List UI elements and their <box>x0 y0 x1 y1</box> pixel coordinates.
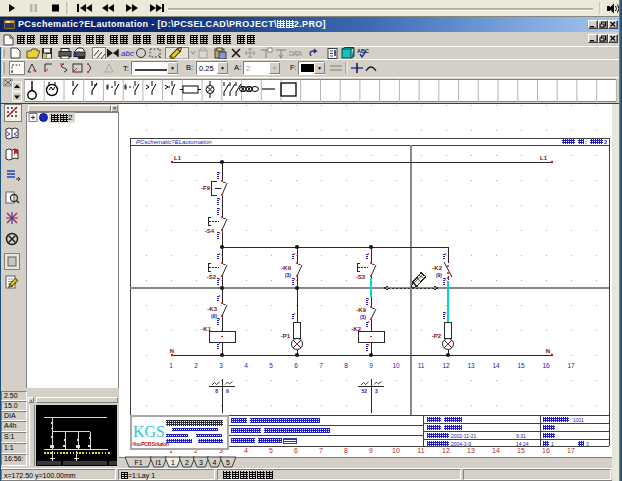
svg-text:4: 4 <box>244 362 248 369</box>
svg-text:52: 52 <box>361 388 367 394</box>
svg-text:I1: I1 <box>156 459 162 466</box>
svg-text:10: 10 <box>392 362 400 369</box>
svg-text:F1: F1 <box>134 459 142 466</box>
svg-text:2: 2 <box>185 459 189 466</box>
svg-text:15: 15 <box>517 362 525 369</box>
svg-text:: 1001: : 1001 <box>570 417 584 423</box>
svg-text:-P2: -P2 <box>432 333 442 339</box>
svg-text:4: 4 <box>244 447 248 454</box>
svg-text:8: 8 <box>215 388 218 394</box>
svg-text:3: 3 <box>199 459 203 466</box>
svg-text:DATA: DATA <box>289 50 303 57</box>
svg-text:1: 1 <box>551 441 554 447</box>
svg-text:3: 3 <box>375 388 378 394</box>
svg-text:PCschematic?ELautomation: PCschematic?ELautomation <box>136 139 212 145</box>
svg-text:ABC: ABC <box>357 48 369 54</box>
svg-text:L1: L1 <box>174 155 182 161</box>
svg-text:13: 13 <box>467 447 475 454</box>
svg-text:(9): (9) <box>211 313 217 319</box>
svg-text:10: 10 <box>392 447 400 454</box>
svg-text:KGS: KGS <box>133 423 165 440</box>
svg-text:-K9: -K9 <box>356 307 366 313</box>
svg-text:2: 2 <box>604 139 607 145</box>
svg-text:6: 6 <box>294 362 298 369</box>
svg-text:-K2: -K2 <box>351 326 361 332</box>
svg-text:6: 6 <box>294 447 298 454</box>
svg-text:12: 12 <box>442 447 450 454</box>
svg-text:7: 7 <box>319 362 323 369</box>
svg-text:2002-11-21: 2002-11-21 <box>451 433 476 439</box>
svg-text:-S2: -S2 <box>207 274 217 280</box>
svg-text:-F9: -F9 <box>201 185 211 191</box>
svg-text:-P1: -P1 <box>281 333 291 339</box>
svg-text::: : <box>556 425 557 431</box>
svg-text:L1: L1 <box>540 155 548 161</box>
svg-text:2: 2 <box>194 362 198 369</box>
svg-text::: : <box>585 139 587 145</box>
svg-text:14: 14 <box>492 447 500 454</box>
svg-text:(3): (3) <box>360 314 366 320</box>
svg-text:1: 1 <box>169 362 173 369</box>
svg-text:14:24: 14:24 <box>516 441 529 447</box>
svg-text:12: 12 <box>442 362 450 369</box>
svg-text:13: 13 <box>467 362 475 369</box>
svg-text:2004-3-9: 2004-3-9 <box>451 441 471 447</box>
svg-text:-K1: -K1 <box>201 326 211 332</box>
svg-text:T:: T: <box>123 64 129 73</box>
svg-text:4: 4 <box>213 459 217 466</box>
svg-text:1: 1 <box>171 459 175 466</box>
svg-text:(3): (3) <box>285 272 291 278</box>
svg-text:15: 15 <box>517 447 525 454</box>
svg-text:9: 9 <box>369 362 373 369</box>
svg-text:5: 5 <box>226 459 230 466</box>
svg-text:-S4: -S4 <box>205 228 215 234</box>
svg-text:8: 8 <box>344 447 348 454</box>
svg-text:16: 16 <box>542 447 550 454</box>
svg-text:N: N <box>546 348 550 354</box>
svg-text:9: 9 <box>369 447 373 454</box>
svg-text:16: 16 <box>542 362 550 369</box>
svg-text:11: 11 <box>418 362 425 369</box>
svg-text:3: 3 <box>219 362 223 369</box>
svg-text:9: 9 <box>226 388 229 394</box>
svg-text:17: 17 <box>567 362 575 369</box>
svg-text:9:31:: 9:31: <box>516 433 527 439</box>
svg-text:3: 3 <box>586 441 589 447</box>
svg-text:-You PCB Solution: -You PCB Solution <box>131 441 170 447</box>
svg-text:-S3: -S3 <box>356 274 366 280</box>
svg-text:-K3: -K3 <box>207 306 217 312</box>
svg-text:5: 5 <box>269 447 273 454</box>
svg-text:7: 7 <box>319 447 323 454</box>
svg-text:(9): (9) <box>436 272 442 278</box>
svg-text:14: 14 <box>492 362 500 369</box>
svg-text:abc: abc <box>121 49 134 58</box>
svg-text:5: 5 <box>269 362 273 369</box>
svg-text:8: 8 <box>344 362 348 369</box>
svg-text:11: 11 <box>417 447 424 454</box>
svg-text:17: 17 <box>567 447 575 454</box>
svg-text::: : <box>556 433 557 439</box>
svg-text:-K9: -K9 <box>281 265 291 271</box>
svg-text:N: N <box>170 348 174 354</box>
svg-text:-K2: -K2 <box>432 265 442 271</box>
